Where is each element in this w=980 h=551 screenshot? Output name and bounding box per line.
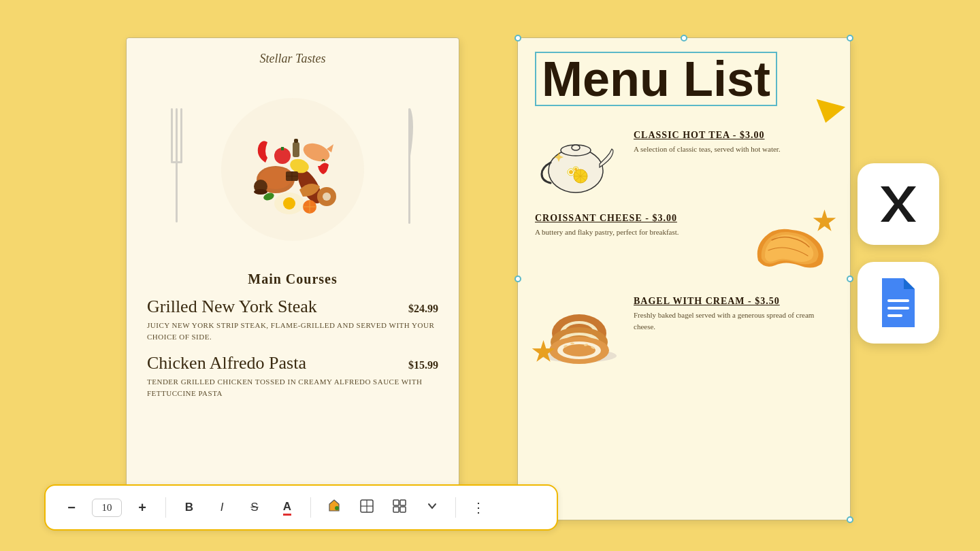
menu-item-1: Grilled New York Steak $24.99 Juicy New … [147, 297, 438, 342]
italic-icon: I [220, 501, 224, 514]
capcut-app-icon[interactable] [858, 163, 939, 245]
font-color-icon: A [283, 500, 291, 516]
selection-handle-tl[interactable] [514, 35, 521, 41]
increase-font-size-button[interactable]: + [130, 495, 154, 520]
svg-point-17 [323, 193, 331, 201]
plate-illustration [147, 74, 438, 265]
layout-button[interactable] [387, 495, 412, 520]
more-options-button[interactable]: ⋮ [467, 495, 491, 520]
menu-list-title: Menu List [535, 52, 777, 106]
svg-rect-64 [400, 500, 406, 505]
selection-handle-mr[interactable] [847, 276, 853, 282]
selection-handle-br[interactable] [847, 516, 853, 523]
svg-rect-26 [294, 139, 298, 143]
selection-handle-ml[interactable] [514, 276, 521, 282]
svg-rect-14 [281, 147, 284, 150]
menu-item-name-2: Chicken Alfredo Pasta [147, 353, 306, 373]
right-menu-item-name-1: CLASSIC HOT TEA - $3.00 [634, 130, 833, 141]
minus-icon: − [67, 500, 76, 516]
section-title: Main Courses [147, 271, 438, 287]
yellow-triangle-decoration [811, 99, 845, 127]
chevron-down-icon [426, 500, 438, 516]
menu-item-desc-1: Juicy New York strip steak, flame-grille… [147, 320, 438, 342]
more-icon: ⋮ [472, 499, 487, 516]
restaurant-title: Stellar Tastes [147, 52, 438, 66]
svg-rect-56 [887, 307, 909, 310]
svg-rect-2 [180, 108, 182, 163]
right-menu-item-2: CROISSANT CHEESE - $3.00 A buttery and f… [535, 213, 833, 281]
table-icon [359, 499, 374, 517]
decrease-font-size-button[interactable]: − [59, 495, 84, 520]
svg-rect-0 [171, 108, 173, 163]
right-menu-item-desc-2: A buttery and flaky pastry, perfect for … [535, 227, 734, 238]
fill-icon [327, 499, 342, 517]
formatting-toolbar: − 10 + B I S A [44, 484, 558, 531]
svg-rect-65 [393, 507, 399, 512]
divider-3 [455, 497, 456, 518]
selection-handle-tm[interactable] [681, 35, 687, 41]
divider-1 [165, 497, 166, 518]
svg-point-31 [572, 145, 580, 150]
menu-item-desc-2: Tender grilled chicken tossed in creamy … [147, 376, 438, 399]
right-menu-item-3: BAGEL WITH CREAM - $3.50 Freshly baked b… [535, 296, 833, 364]
fill-color-button[interactable] [322, 495, 346, 520]
right-menu-item-info-1: CLASSIC HOT TEA - $3.00 A selection of c… [634, 130, 833, 155]
right-menu-item-name-2: CROISSANT CHEESE - $3.00 [535, 213, 734, 224]
font-color-button[interactable]: A [275, 495, 299, 520]
bagel-image [535, 296, 623, 364]
svg-point-50 [563, 344, 595, 356]
svg-point-33 [569, 170, 573, 174]
teapot-image [535, 130, 623, 198]
right-menu-item-desc-3: Freshly baked bagel served with a genero… [634, 310, 833, 332]
right-menu-item-info-2: CROISSANT CHEESE - $3.00 A buttery and f… [535, 213, 734, 238]
svg-point-28 [254, 189, 267, 195]
strikethrough-icon: S [250, 501, 258, 514]
svg-point-59 [335, 506, 339, 510]
right-menu-card: Menu List [517, 37, 851, 520]
svg-rect-57 [887, 314, 902, 317]
fork-icon [167, 101, 188, 237]
svg-rect-55 [887, 299, 909, 302]
right-menu-item-info-3: BAGEL WITH CREAM - $3.50 Freshly baked b… [634, 296, 833, 332]
svg-rect-63 [393, 500, 399, 505]
table-button[interactable] [355, 495, 379, 520]
right-menu-item-1: CLASSIC HOT TEA - $3.00 A selection of c… [535, 130, 833, 198]
plus-icon: + [138, 500, 146, 516]
divider-2 [310, 497, 311, 518]
right-menu-item-name-3: BAGEL WITH CREAM - $3.50 [634, 296, 833, 307]
svg-rect-4 [176, 161, 178, 222]
svg-rect-1 [176, 108, 178, 163]
dropdown-button[interactable] [420, 495, 444, 520]
croissant-image [745, 213, 833, 281]
menu-item-name-1: Grilled New York Steak [147, 297, 317, 317]
strikethrough-button[interactable]: S [242, 495, 267, 520]
svg-rect-66 [400, 507, 406, 512]
svg-rect-5 [408, 108, 410, 224]
title-container: Menu List [535, 52, 833, 116]
menu-item-2: Chicken Alfredo Pasta $15.99 Tender gril… [147, 353, 438, 399]
gdocs-logo [874, 276, 923, 330]
right-menu-item-desc-1: A selection of classic teas, served with… [634, 144, 833, 155]
menu-item-price-1: $24.99 [408, 303, 438, 315]
svg-rect-25 [293, 142, 299, 157]
bold-button[interactable]: B [177, 495, 201, 520]
font-size-display[interactable]: 10 [92, 499, 122, 517]
left-menu-card: Stellar Tastes [126, 37, 459, 500]
menu-item-price-2: $15.99 [408, 359, 438, 371]
layout-icon [392, 499, 407, 517]
gdocs-app-icon[interactable] [858, 262, 939, 344]
knife-icon [401, 101, 418, 237]
italic-button[interactable]: I [210, 495, 234, 520]
svg-point-8 [283, 197, 295, 210]
capcut-logo [874, 180, 923, 229]
selection-handle-tr[interactable] [847, 35, 853, 41]
bold-icon: B [185, 501, 193, 514]
